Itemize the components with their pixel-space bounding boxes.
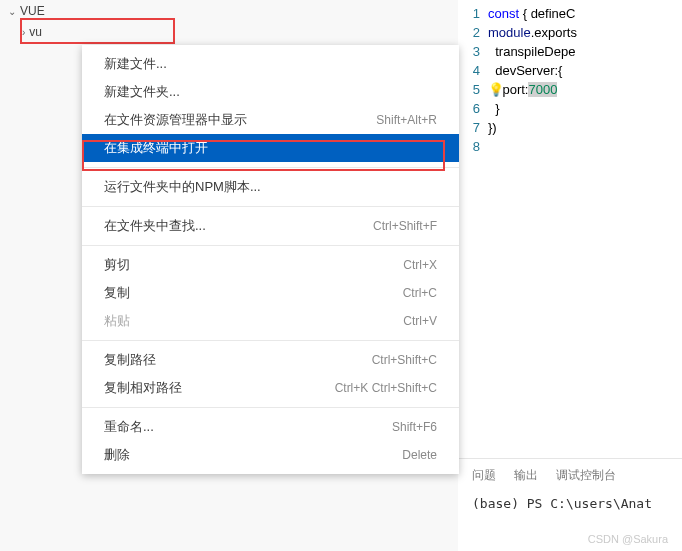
menu-open-terminal[interactable]: 在集成终端中打开 — [82, 134, 459, 162]
menu-copy[interactable]: 复制Ctrl+C — [82, 279, 459, 307]
chevron-down-icon: ⌄ — [8, 6, 16, 17]
menu-separator — [82, 407, 459, 408]
context-menu: 新建文件... 新建文件夹... 在文件资源管理器中显示Shift+Alt+R … — [82, 45, 459, 474]
tab-problems[interactable]: 问题 — [472, 467, 496, 484]
lightbulb-icon[interactable]: 💡 — [488, 82, 504, 97]
menu-new-file[interactable]: 新建文件... — [82, 50, 459, 78]
explorer-root[interactable]: ⌄ VUE — [0, 0, 458, 22]
menu-separator — [82, 167, 459, 168]
tab-debug-console[interactable]: 调试控制台 — [556, 467, 616, 484]
menu-separator — [82, 245, 459, 246]
menu-copy-path[interactable]: 复制路径Ctrl+Shift+C — [82, 346, 459, 374]
terminal-output[interactable]: (base) PS C:\users\Anat — [458, 488, 682, 519]
menu-new-folder[interactable]: 新建文件夹... — [82, 78, 459, 106]
folder-label: vu — [29, 25, 42, 39]
menu-reveal-explorer[interactable]: 在文件资源管理器中显示Shift+Alt+R — [82, 106, 459, 134]
tab-output[interactable]: 输出 — [514, 467, 538, 484]
menu-cut[interactable]: 剪切Ctrl+X — [82, 251, 459, 279]
menu-rename[interactable]: 重命名...Shift+F6 — [82, 413, 459, 441]
folder-item-vue[interactable]: › vu — [0, 22, 458, 42]
menu-find-folder[interactable]: 在文件夹中查找...Ctrl+Shift+F — [82, 212, 459, 240]
menu-separator — [82, 340, 459, 341]
watermark: CSDN @Sakura — [588, 533, 668, 545]
chevron-right-icon: › — [22, 27, 25, 38]
code-editor[interactable]: 1 2 3 4 5 6 7 8 const { defineC module.e… — [458, 0, 682, 458]
menu-run-npm[interactable]: 运行文件夹中的NPM脚本... — [82, 173, 459, 201]
menu-separator — [82, 206, 459, 207]
panel-tabs: 问题 输出 调试控制台 — [458, 459, 682, 488]
line-numbers: 1 2 3 4 5 6 7 8 — [458, 0, 488, 458]
code-content[interactable]: const { defineC module.exports transpile… — [488, 0, 682, 458]
root-folder-label: VUE — [20, 4, 45, 18]
menu-paste: 粘贴Ctrl+V — [82, 307, 459, 335]
menu-delete[interactable]: 删除Delete — [82, 441, 459, 469]
menu-copy-relative-path[interactable]: 复制相对路径Ctrl+K Ctrl+Shift+C — [82, 374, 459, 402]
